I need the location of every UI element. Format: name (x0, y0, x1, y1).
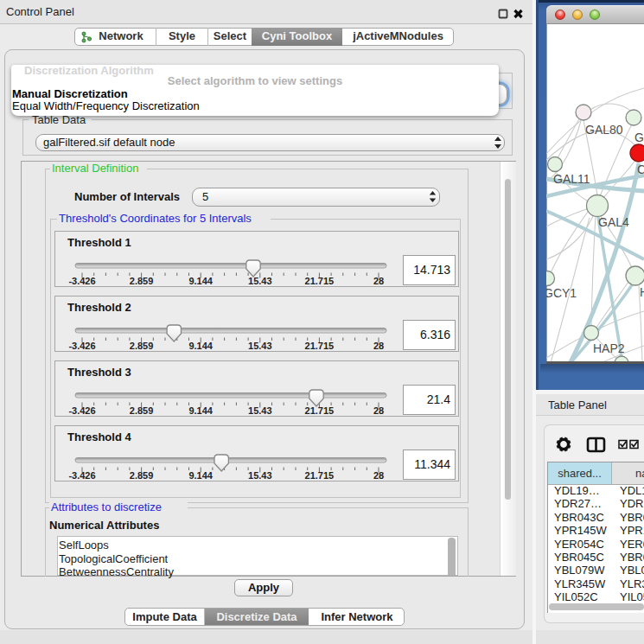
svg-text:C: C (637, 163, 644, 176)
svg-text:GAL4: GAL4 (598, 215, 629, 229)
svg-text:HAP2: HAP2 (593, 341, 625, 355)
svg-text:GA: GA (634, 131, 644, 144)
svg-text:GAL11: GAL11 (553, 172, 590, 186)
svg-text:GAL80: GAL80 (585, 123, 623, 137)
svg-text:H: H (640, 285, 644, 299)
svg-text:GCY1: GCY1 (546, 286, 577, 300)
